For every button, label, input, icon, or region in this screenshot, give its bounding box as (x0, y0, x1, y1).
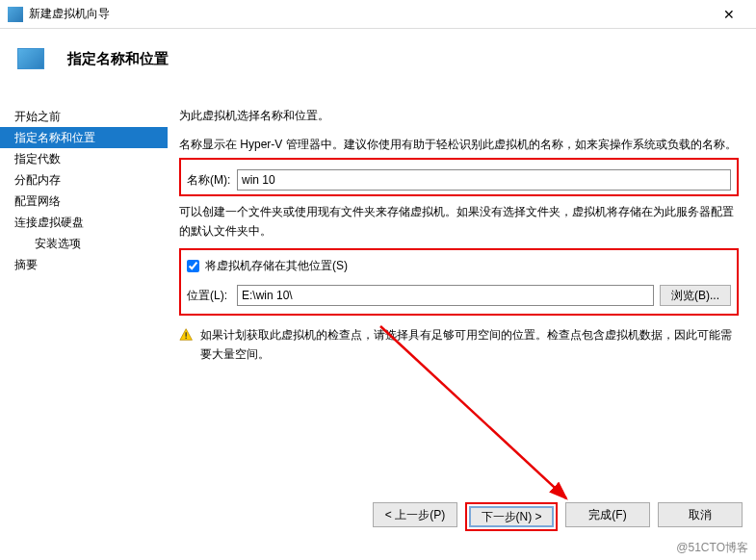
next-button[interactable]: 下一步(N) > (469, 506, 554, 527)
svg-rect-2 (186, 338, 187, 339)
intro-text-2: 名称显示在 Hyper-V 管理器中。建议你使用有助于轻松识别此虚拟机的名称，如… (179, 135, 739, 154)
step-install-options[interactable]: 安装选项 (0, 233, 168, 254)
svg-rect-1 (186, 332, 187, 336)
close-icon[interactable]: ✕ (710, 1, 748, 28)
step-summary[interactable]: 摘要 (0, 254, 168, 275)
main-panel: 为此虚拟机选择名称和位置。 名称显示在 Hyper-V 管理器中。建议你使用有助… (168, 83, 756, 516)
name-highlight-box: 名称(M): (179, 158, 739, 196)
finish-button[interactable]: 完成(F) (565, 502, 650, 527)
page-title: 指定名称和位置 (67, 50, 169, 68)
cancel-button[interactable]: 取消 (658, 502, 743, 527)
location-label: 位置(L): (187, 286, 237, 305)
location-highlight-box: 将虚拟机存储在其他位置(S) 位置(L): 浏览(B)... (179, 248, 739, 316)
step-disk[interactable]: 连接虚拟硬盘 (0, 212, 168, 233)
step-memory[interactable]: 分配内存 (0, 169, 168, 191)
title-bar: 新建虚拟机向导 ✕ (0, 0, 756, 29)
wizard-footer: < 上一步(P) 下一步(N) > 完成(F) 取消 (373, 502, 743, 531)
step-generation[interactable]: 指定代数 (0, 148, 168, 169)
step-before-begin[interactable]: 开始之前 (0, 106, 168, 127)
app-icon (8, 7, 23, 22)
next-highlight-box: 下一步(N) > (465, 502, 558, 531)
wizard-steps-sidebar: 开始之前 指定名称和位置 指定代数 分配内存 配置网络 连接虚拟硬盘 安装选项 … (0, 83, 168, 516)
wizard-header: 指定名称和位置 (0, 29, 756, 83)
window-title: 新建虚拟机向导 (29, 6, 710, 22)
warning-icon (179, 327, 193, 343)
step-network[interactable]: 配置网络 (0, 191, 168, 212)
location-input[interactable] (237, 285, 654, 306)
watermark-text: @51CTO博客 (676, 540, 748, 556)
name-input[interactable] (237, 169, 731, 191)
previous-button[interactable]: < 上一步(P) (373, 502, 457, 527)
name-label: 名称(M): (187, 170, 237, 190)
step-name-location[interactable]: 指定名称和位置 (0, 127, 168, 148)
browse-button[interactable]: 浏览(B)... (660, 285, 731, 306)
intro-text-1: 为此虚拟机选择名称和位置。 (179, 106, 739, 125)
store-other-location-label: 将虚拟机存储在其他位置(S) (205, 256, 348, 275)
warning-text: 如果计划获取此虚拟机的检查点，请选择具有足够可用空间的位置。检查点包含虚拟机数据… (200, 325, 739, 364)
folder-note: 可以创建一个文件夹或使用现有文件夹来存储虚拟机。如果没有选择文件夹，虚拟机将存储… (179, 202, 739, 241)
wizard-icon (17, 48, 44, 69)
store-other-location-checkbox[interactable] (187, 260, 199, 272)
